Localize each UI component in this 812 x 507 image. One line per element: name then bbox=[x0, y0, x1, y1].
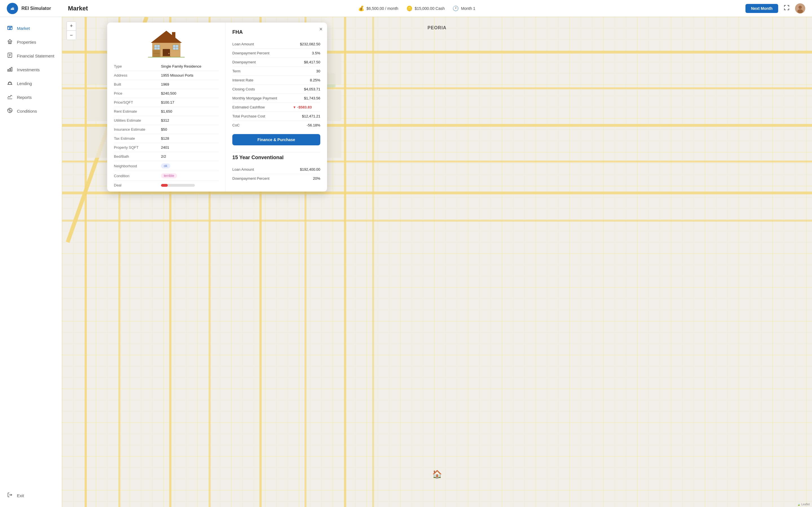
svg-rect-28 bbox=[85, 17, 87, 507]
svg-rect-13 bbox=[8, 69, 9, 71]
fha-section: FHA Loan Amount $232,082.50 Downpayment … bbox=[232, 29, 320, 150]
prop-rent-label: Rent Estimate bbox=[114, 107, 161, 116]
header-right: Next Month bbox=[746, 3, 805, 13]
cash-stat: 🪙 $15,000.00 Cash bbox=[406, 5, 445, 11]
next-month-button[interactable]: Next Month bbox=[746, 4, 778, 13]
prop-insurance-value: $50 bbox=[161, 125, 218, 134]
table-row: Insurance Estimate $50 bbox=[114, 125, 218, 134]
neighborhood-badge: ok bbox=[161, 163, 170, 168]
table-row: Downpayment $8,417.50 bbox=[232, 58, 320, 67]
prop-pricesqft-label: Price/SQFT bbox=[114, 98, 161, 107]
prop-type-label: Type bbox=[114, 62, 161, 71]
sidebar-item-conditions[interactable]: Conditions bbox=[0, 104, 62, 118]
app-logo: 🏙 bbox=[7, 3, 18, 14]
sidebar-item-lending[interactable]: Lending bbox=[0, 76, 62, 91]
map-city-label: PEORIA bbox=[427, 25, 446, 31]
table-row: Downpayment Percent 3.5% bbox=[232, 49, 320, 58]
table-row: Deal bbox=[114, 181, 218, 190]
map-controls: + − bbox=[66, 21, 76, 40]
table-row: Loan Amount $192,400.00 bbox=[232, 165, 320, 174]
cashflow-amount: -$583.83 bbox=[297, 105, 312, 109]
conv-loan-value: $192,400.00 bbox=[289, 165, 320, 174]
map-area[interactable]: PEORIA + − 🏠 🍃 Leaflet bbox=[62, 17, 812, 507]
map-background: PEORIA + − 🏠 🍃 Leaflet bbox=[62, 17, 812, 507]
loan-amount-label: Loan Amount bbox=[232, 40, 293, 49]
deal-bar bbox=[161, 184, 195, 187]
svg-rect-27 bbox=[62, 220, 812, 222]
down-percent-label: Downpayment Percent bbox=[232, 49, 293, 58]
avatar[interactable] bbox=[795, 3, 805, 13]
deal-bar-fill bbox=[161, 184, 168, 187]
cash-value: $15,000.00 Cash bbox=[415, 6, 445, 11]
interest-label: Interest Rate bbox=[232, 76, 293, 85]
fha-title: FHA bbox=[232, 29, 320, 35]
sidebar-item-label: Lending bbox=[17, 81, 32, 86]
table-row: Bed/Bath 2/2 bbox=[114, 152, 218, 161]
prop-built-label: Built bbox=[114, 80, 161, 89]
table-row: Price $240,500 bbox=[114, 89, 218, 98]
prop-utilities-value: $312 bbox=[161, 116, 218, 125]
prop-bedbath-value: 2/2 bbox=[161, 152, 218, 161]
properties-icon bbox=[7, 39, 13, 46]
home-marker[interactable]: 🏠 bbox=[432, 469, 442, 479]
table-row: Rent Estimate $1,650 bbox=[114, 107, 218, 116]
conditions-icon bbox=[7, 108, 13, 115]
sidebar-item-financial-statement[interactable]: Financial Statement bbox=[0, 49, 62, 63]
table-row: Utilities Estimate $312 bbox=[114, 116, 218, 125]
prop-sqft-label: Property SQFT bbox=[114, 143, 161, 152]
finance-purchase-button[interactable]: Finance & Purchase bbox=[232, 134, 320, 145]
prop-utilities-label: Utilities Estimate bbox=[114, 116, 161, 125]
table-row: Loan Amount $232,082.50 bbox=[232, 40, 320, 49]
closing-value: $4,053.71 bbox=[293, 85, 320, 94]
sidebar-item-market[interactable]: Market bbox=[0, 21, 62, 35]
term-value: 30 bbox=[293, 67, 320, 76]
prop-deal-label: Deal bbox=[114, 181, 161, 190]
property-popup: Type Single Family Residence Address 195… bbox=[107, 22, 327, 191]
sidebar-item-investments[interactable]: Investments bbox=[0, 63, 62, 76]
svg-rect-35 bbox=[372, 17, 374, 507]
prop-type-value: Single Family Residence bbox=[161, 62, 218, 71]
table-row: Interest Rate 8.25% bbox=[232, 76, 320, 85]
cashflow-arrow-icon: ▼ bbox=[293, 105, 296, 109]
prop-neighborhood-label: Neighborhood bbox=[114, 161, 161, 171]
conventional15-title: 15 Year Conventional bbox=[232, 155, 320, 161]
prop-tax-label: Tax Estimate bbox=[114, 134, 161, 143]
table-row: Monthly Mortgage Payment $1,743.56 bbox=[232, 94, 320, 103]
leaflet-attribution: 🍃 Leaflet bbox=[797, 503, 810, 506]
prop-pricesqft-value: $100.17 bbox=[161, 98, 218, 107]
sidebar-item-label: Reports bbox=[17, 95, 32, 100]
reports-icon bbox=[7, 94, 13, 101]
prop-address-label: Address bbox=[114, 71, 161, 80]
cash-icon: 🪙 bbox=[406, 5, 412, 11]
total-purchase-value: $12,471.21 bbox=[293, 112, 320, 121]
svg-rect-26 bbox=[62, 191, 812, 194]
income-stat: 💰 $6,500.00 / month bbox=[358, 5, 398, 11]
fullscreen-button[interactable] bbox=[783, 4, 791, 13]
zoom-in-button[interactable]: + bbox=[67, 22, 76, 31]
sidebar-item-reports[interactable]: Reports bbox=[0, 91, 62, 104]
prop-price-label: Price bbox=[114, 89, 161, 98]
month-icon: 🕐 bbox=[453, 5, 459, 11]
prop-insurance-label: Insurance Estimate bbox=[114, 125, 161, 134]
svg-point-3 bbox=[799, 6, 802, 9]
prop-sqft-value: 2401 bbox=[161, 143, 218, 152]
sidebar-item-properties[interactable]: Properties bbox=[0, 35, 62, 49]
header-stats: 💰 $6,500.00 / month 🪙 $15,000.00 Cash 🕐 … bbox=[358, 5, 475, 11]
cashflow-label: Estimated Cashflow bbox=[232, 103, 293, 112]
page-title: Market bbox=[68, 5, 88, 12]
app-layout: Market Properties Financial bbox=[0, 17, 812, 507]
zoom-out-button[interactable]: − bbox=[67, 31, 76, 40]
svg-rect-15 bbox=[11, 67, 12, 71]
sidebar: Market Properties Financial bbox=[0, 17, 62, 507]
svg-rect-8 bbox=[9, 43, 10, 44]
exit-icon bbox=[7, 492, 13, 499]
month-stat: 🕐 Month 1 bbox=[453, 5, 475, 11]
coc-value: -56.18% bbox=[293, 121, 320, 130]
table-row: Term 30 bbox=[232, 67, 320, 76]
svg-text:🏙: 🏙 bbox=[11, 7, 14, 11]
total-purchase-label: Total Purchase Cost bbox=[232, 112, 293, 121]
close-button[interactable]: × bbox=[319, 26, 322, 33]
sidebar-item-exit[interactable]: Exit bbox=[0, 489, 62, 503]
prop-condition-label: Condition bbox=[114, 171, 161, 181]
property-table: Type Single Family Residence Address 195… bbox=[114, 62, 218, 189]
